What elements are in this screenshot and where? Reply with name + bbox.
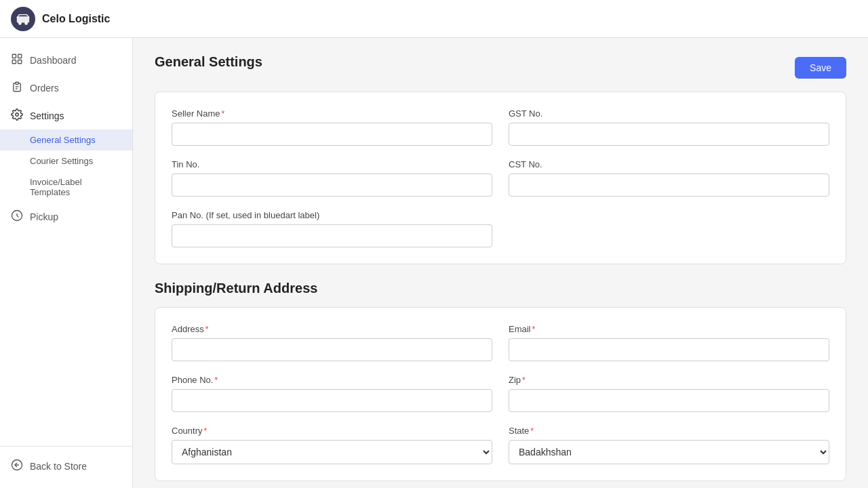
svg-point-2 bbox=[24, 22, 28, 25]
address-input[interactable] bbox=[172, 338, 492, 361]
shipping-section-title: Shipping/Return Address bbox=[155, 281, 846, 296]
cst-no-label: CST No. bbox=[509, 159, 829, 169]
sidebar-item-pickup[interactable]: Pickup bbox=[0, 203, 132, 230]
sidebar-item-settings[interactable]: Settings bbox=[0, 102, 132, 129]
zip-label: Zip* bbox=[509, 375, 829, 385]
general-settings-header: General Settings Save bbox=[155, 54, 846, 81]
form-group-email: Email* bbox=[509, 324, 829, 361]
shipping-card: Address* Email* Phone No.* bbox=[155, 307, 846, 481]
svg-rect-7 bbox=[16, 82, 19, 84]
state-select[interactable]: Badakhshan Badghis Baghlan Balkh bbox=[509, 440, 829, 464]
dashboard-icon bbox=[11, 53, 23, 67]
svg-rect-6 bbox=[18, 60, 22, 64]
sidebar-bottom: Back to Store bbox=[0, 446, 132, 480]
gst-no-input[interactable] bbox=[509, 123, 829, 146]
topbar: Celo Logistic bbox=[0, 0, 868, 38]
form-group-country: Country* Afghanistan Albania Algeria Ind… bbox=[172, 426, 492, 464]
form-group-tin-no: Tin No. bbox=[172, 159, 492, 197]
phone-input[interactable] bbox=[172, 389, 492, 412]
sidebar-item-dashboard[interactable]: Dashboard bbox=[0, 46, 132, 74]
invoice-label-templates-label: Invoice/Label Templates bbox=[30, 177, 121, 197]
country-select[interactable]: Afghanistan Albania Algeria India United… bbox=[172, 440, 492, 464]
form-group-state: State* Badakhshan Badghis Baghlan Balkh bbox=[509, 426, 829, 464]
settings-icon bbox=[11, 108, 23, 123]
seller-name-label: Seller Name* bbox=[172, 108, 492, 119]
form-row-tin-cst: Tin No. CST No. bbox=[172, 159, 829, 197]
sidebar-item-courier-settings[interactable]: Courier Settings bbox=[0, 150, 132, 171]
address-label: Address* bbox=[172, 324, 492, 334]
sidebar-item-settings-label: Settings bbox=[30, 110, 64, 121]
courier-settings-label: Courier Settings bbox=[30, 156, 93, 166]
tin-no-label: Tin No. bbox=[172, 159, 492, 169]
back-to-store-label: Back to Store bbox=[30, 461, 87, 472]
form-row-pan: Pan No. (If set, used in bluedart label) bbox=[172, 210, 829, 247]
sidebar-item-dashboard-label: Dashboard bbox=[30, 55, 77, 66]
sidebar-item-general-settings[interactable]: General Settings bbox=[0, 129, 132, 150]
settings-subnav: General Settings Courier Settings Invoic… bbox=[0, 129, 132, 203]
orders-icon bbox=[11, 81, 23, 95]
svg-rect-3 bbox=[12, 54, 16, 58]
sidebar-item-invoice-label-templates[interactable]: Invoice/Label Templates bbox=[0, 171, 132, 203]
svg-rect-5 bbox=[12, 60, 16, 64]
form-row-seller-gst: Seller Name* GST No. bbox=[172, 108, 829, 146]
form-row-phone-zip: Phone No.* Zip* bbox=[172, 375, 829, 412]
gst-no-label: GST No. bbox=[509, 108, 829, 119]
save-button[interactable]: Save bbox=[795, 57, 846, 79]
svg-rect-0 bbox=[17, 16, 29, 22]
svg-point-10 bbox=[16, 113, 19, 117]
general-settings-title: General Settings bbox=[155, 54, 262, 70]
sidebar-item-orders-label: Orders bbox=[30, 83, 59, 94]
general-settings-card: Seller Name* GST No. Tin No. CST No. bbox=[155, 92, 846, 264]
form-group-gst-no: GST No. bbox=[509, 108, 829, 146]
email-label: Email* bbox=[509, 324, 829, 334]
general-settings-label: General Settings bbox=[30, 135, 96, 145]
app-logo bbox=[11, 7, 35, 31]
pan-no-input[interactable] bbox=[172, 224, 492, 247]
sidebar-item-pickup-label: Pickup bbox=[30, 211, 58, 222]
form-group-cst-no: CST No. bbox=[509, 159, 829, 197]
svg-point-1 bbox=[18, 22, 22, 25]
email-input[interactable] bbox=[509, 338, 829, 361]
state-label: State* bbox=[509, 426, 829, 436]
form-group-zip: Zip* bbox=[509, 375, 829, 412]
sidebar: Dashboard Orders Settings bbox=[0, 38, 133, 488]
sidebar-item-back-to-store[interactable]: Back to Store bbox=[0, 452, 132, 480]
tin-no-input[interactable] bbox=[172, 174, 492, 197]
app-layout: Dashboard Orders Settings bbox=[0, 38, 868, 488]
app-title: Celo Logistic bbox=[42, 13, 110, 25]
sidebar-item-orders[interactable]: Orders bbox=[0, 74, 132, 102]
form-group-seller-name: Seller Name* bbox=[172, 108, 492, 146]
form-group-phone: Phone No.* bbox=[172, 375, 492, 412]
country-label: Country* bbox=[172, 426, 492, 436]
form-row-country-state: Country* Afghanistan Albania Algeria Ind… bbox=[172, 426, 829, 464]
form-group-pan-no: Pan No. (If set, used in bluedart label) bbox=[172, 210, 492, 247]
pickup-icon bbox=[11, 209, 23, 224]
main-content: General Settings Save Seller Name* GST N… bbox=[133, 38, 868, 488]
phone-label: Phone No.* bbox=[172, 375, 492, 385]
seller-name-input[interactable] bbox=[172, 123, 492, 146]
form-row-address-email: Address* Email* bbox=[172, 324, 829, 361]
svg-rect-4 bbox=[18, 54, 22, 58]
form-group-address: Address* bbox=[172, 324, 492, 361]
back-icon bbox=[11, 459, 23, 473]
zip-input[interactable] bbox=[509, 389, 829, 412]
cst-no-input[interactable] bbox=[509, 174, 829, 197]
pan-no-label: Pan No. (If set, used in bluedart label) bbox=[172, 210, 492, 220]
